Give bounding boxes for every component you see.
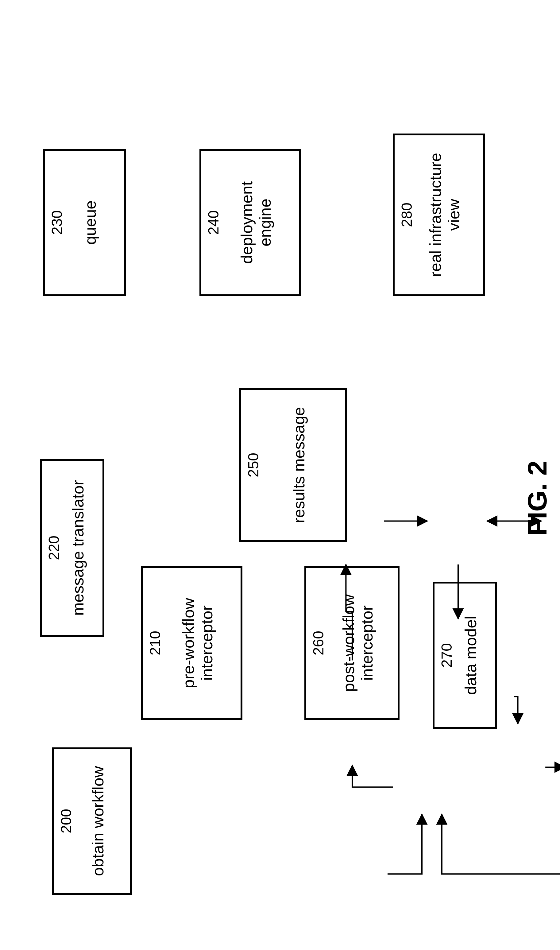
figure-caption: FIG. 2 <box>522 461 553 536</box>
node-label: pre-workflow interceptor <box>180 593 216 694</box>
node-num: 260 <box>311 568 326 718</box>
node-post-workflow-interceptor: 260 post-workflow interceptor <box>305 566 400 720</box>
node-label: message translator <box>69 474 88 621</box>
node-label: deployment engine <box>238 176 275 269</box>
node-real-infrastructure-view: 280 real infrastructure view <box>393 134 485 296</box>
node-label: obtain workflow <box>89 761 108 882</box>
edge-250-260 <box>514 696 518 724</box>
node-pre-workflow-interceptor: 210 pre-workflow interceptor <box>141 566 242 720</box>
node-label: results message <box>290 402 308 529</box>
node-num: 210 <box>148 568 163 718</box>
edge-210-220 <box>352 765 393 787</box>
node-num: 230 <box>50 151 65 294</box>
node-results-message: 250 results message <box>239 388 347 542</box>
node-num: 250 <box>246 390 261 540</box>
edge-200-210 <box>388 815 422 874</box>
node-label: real infrastructure view <box>426 147 463 283</box>
node-label: queue <box>81 195 100 251</box>
node-queue: 230 queue <box>43 149 126 296</box>
node-data-model: 270 data model <box>433 582 497 729</box>
node-num: 270 <box>439 584 454 727</box>
node-num: 220 <box>47 461 62 635</box>
node-label: post-workflow interceptor <box>340 589 377 697</box>
node-num: 200 <box>59 749 74 893</box>
node-num: 280 <box>400 135 414 294</box>
node-num: 240 <box>206 151 221 294</box>
diagram-canvas: 200 obtain workflow 220 message translat… <box>0 0 560 950</box>
node-obtain-workflow: 200 obtain workflow <box>52 747 132 895</box>
node-message-translator: 220 message translator <box>40 459 104 637</box>
rotated-surface: 200 obtain workflow 220 message translat… <box>0 0 560 950</box>
node-deployment-engine: 240 deployment engine <box>200 149 301 296</box>
edge-270-210 <box>442 815 560 874</box>
node-label: data model <box>462 610 480 700</box>
